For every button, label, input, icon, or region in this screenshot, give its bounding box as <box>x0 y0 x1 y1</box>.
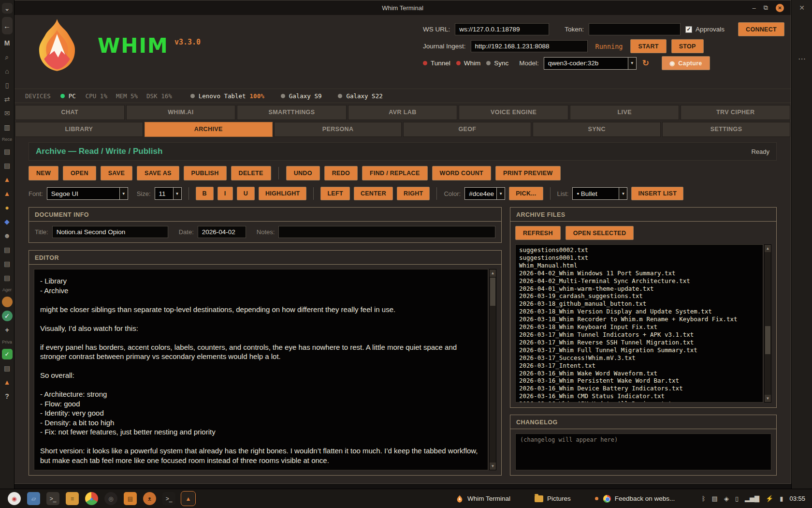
ws-url-input[interactable] <box>455 23 549 35</box>
tab[interactable]: ARCHIVE <box>145 122 273 137</box>
tab[interactable]: SMARTTHINGS <box>237 105 347 120</box>
file-row[interactable]: 2026-03-17_Whim Reverse SSH Tunnel Migra… <box>519 339 759 346</box>
check-icon[interactable]: ✓ <box>2 349 13 359</box>
agent-label[interactable]: Ager <box>2 286 13 293</box>
file-row[interactable]: suggestions0001.txt <box>519 254 759 262</box>
journal-ingest-input[interactable] <box>471 40 588 52</box>
taskbar-window-whim[interactable]: Whim Terminal <box>456 494 510 503</box>
chevron-down-icon[interactable]: ▼ <box>628 58 636 69</box>
mail-icon[interactable]: ✉ <box>2 108 13 119</box>
chrome-icon[interactable]: ● <box>85 492 98 505</box>
toolbar-button[interactable]: OPEN <box>63 166 96 180</box>
scroll-up-icon[interactable]: ▲ <box>765 245 771 252</box>
more-icon[interactable]: ⋯ <box>792 54 812 63</box>
tab[interactable]: CHAT <box>15 105 125 120</box>
tab[interactable]: SYNC <box>533 122 661 137</box>
file-row[interactable]: 2026-03-18_Whim Recorder to Whim.m Renam… <box>519 315 759 323</box>
file-row[interactable]: suggestions0002.txt <box>519 246 759 254</box>
toolbar-button[interactable]: WORD COUNT <box>432 166 492 180</box>
avatar[interactable]: ✓ <box>2 311 13 321</box>
files-scrollbar[interactable]: ▲ ▼ <box>764 244 771 403</box>
stop-button[interactable]: STOP <box>671 39 704 53</box>
italic-button[interactable]: I <box>218 187 233 200</box>
title-input[interactable] <box>52 226 168 238</box>
maximize-button[interactable]: ⧉ <box>764 4 768 12</box>
align-center-button[interactable]: CENTER <box>354 187 393 200</box>
tablet-icon[interactable]: ▯ <box>2 80 13 90</box>
whim-app-icon[interactable]: ▲ <box>182 492 195 505</box>
toolbar-button[interactable]: SAVE AS <box>137 166 179 180</box>
connect-button[interactable]: CONNECT <box>738 22 784 36</box>
file-row[interactable]: 2026-03-16_Whim Device Battery Indicator… <box>519 385 759 392</box>
terminal-icon[interactable]: >_ <box>162 492 175 505</box>
help-icon[interactable]: ? <box>2 391 13 402</box>
toolbar-button[interactable]: REDO <box>324 166 358 180</box>
add-button[interactable]: + <box>2 325 13 335</box>
file-row[interactable]: 2026-04-02_Whim Windows 11 Port Summary.… <box>519 269 759 277</box>
file-row[interactable]: 2026-03-16_Whim Wake Word Waveform.txt <box>519 370 759 377</box>
document-icon[interactable]: ▤ <box>2 363 13 374</box>
editor-scrollbar[interactable]: ▲ ▼ <box>489 269 496 470</box>
chevron-down-icon[interactable]: ▼ <box>619 188 627 199</box>
file-row[interactable]: 2026-03-17_Intent.txt <box>519 362 759 370</box>
file-row[interactable]: 2026-03-16_Whim APK Update All Devices.t… <box>519 400 759 403</box>
power-icon[interactable]: ⚡ <box>766 495 773 502</box>
tab[interactable]: GEOF <box>403 122 531 137</box>
Lenovo Tablet[interactable]: Lenovo Tablet 100% <box>190 92 264 100</box>
capture-button[interactable]: ◉ Capture <box>662 56 710 70</box>
open-selected-button[interactable]: OPEN SELECTED <box>566 226 634 240</box>
notes-icon[interactable]: ≡ <box>66 492 79 505</box>
tab[interactable]: AVR LAB <box>348 105 458 120</box>
list-app-icon[interactable]: ▤ <box>124 492 137 505</box>
file-row[interactable]: 2026-03-16_Whim Persistent Wake Word Bar… <box>519 377 759 385</box>
toolbar-button[interactable]: NEW <box>29 166 58 180</box>
tab[interactable]: LIVE <box>570 105 680 120</box>
Galaxy S9[interactable]: Galaxy S9 <box>281 92 322 100</box>
file-row[interactable]: 2026-03-18_Whim Version Display and Upda… <box>519 308 759 315</box>
tab[interactable]: LIBRARY <box>15 122 143 137</box>
list-style-select[interactable]: • Bullet ▼ <box>572 187 627 200</box>
file-row[interactable]: 2026-04-02_Multi-Terminal Sync Architect… <box>519 277 759 285</box>
toolbar-button[interactable]: UNDO <box>286 166 320 180</box>
tab[interactable]: PERSONA <box>274 122 402 137</box>
color-select[interactable]: #dce4ee ▼ <box>464 187 505 200</box>
tab[interactable]: WHIM.AI <box>126 105 236 120</box>
file-row[interactable]: 2026-03-16_Whim CMD Status Indicator.txt <box>519 392 759 400</box>
insert-list-button[interactable]: INSERT LIST <box>631 187 683 200</box>
record-app-icon[interactable]: ◎ <box>104 492 117 505</box>
flame-icon[interactable]: ▲ <box>2 174 13 185</box>
scroll-up-icon[interactable]: ▲ <box>490 269 496 277</box>
Galaxy S22[interactable]: Galaxy S22 <box>338 92 382 100</box>
approvals-checkbox[interactable]: ✓ <box>685 26 692 33</box>
chevron-down-icon[interactable]: ▼ <box>119 188 128 199</box>
file-row[interactable]: 2026-03-18_Whim Keyboard Input Fix.txt <box>519 323 759 331</box>
scroll-down-icon[interactable]: ▼ <box>765 395 771 402</box>
model-select[interactable]: qwen3-coder:32b ▼ <box>544 57 637 70</box>
tab[interactable]: TRV CIPHER <box>681 105 790 120</box>
bluetooth-icon[interactable]: ᛒ <box>702 495 706 502</box>
toolbar-button[interactable]: DELETE <box>231 166 271 180</box>
library-icon[interactable]: ▥ <box>2 122 13 133</box>
align-right-button[interactable]: RIGHT <box>397 187 430 200</box>
align-left-button[interactable]: LEFT <box>320 187 349 200</box>
scroll-down-icon[interactable]: ▼ <box>490 463 496 470</box>
file-row[interactable]: 2026-03-17_Whim Tunnel Indicators + APK … <box>519 331 759 339</box>
font-select[interactable]: Segoe UI ▼ <box>47 187 128 200</box>
document-icon[interactable]: ▤ <box>2 272 13 283</box>
document-icon[interactable]: ▤ <box>2 258 13 269</box>
document-icon[interactable]: ▤ <box>2 160 13 171</box>
monkey-app-icon[interactable]: ᴥ <box>143 492 156 505</box>
close-icon[interactable]: ✕ <box>792 4 812 12</box>
token-input[interactable] <box>589 23 681 35</box>
app-blue-icon[interactable]: ◆ <box>2 216 13 227</box>
workspace-m-icon[interactable]: M <box>2 38 13 48</box>
minimize-button[interactable]: – <box>752 4 755 12</box>
clock[interactable]: 03:55 <box>789 495 805 502</box>
scroll-thumb[interactable] <box>765 326 770 354</box>
app-bird-icon[interactable]: ◉ <box>8 492 21 505</box>
start-button[interactable]: START <box>630 39 666 53</box>
shield-icon[interactable]: ◈ <box>724 495 729 502</box>
close-button[interactable]: ✕ <box>776 4 784 12</box>
terminal-icon[interactable]: >_ <box>46 492 59 505</box>
date-input[interactable] <box>198 226 246 238</box>
